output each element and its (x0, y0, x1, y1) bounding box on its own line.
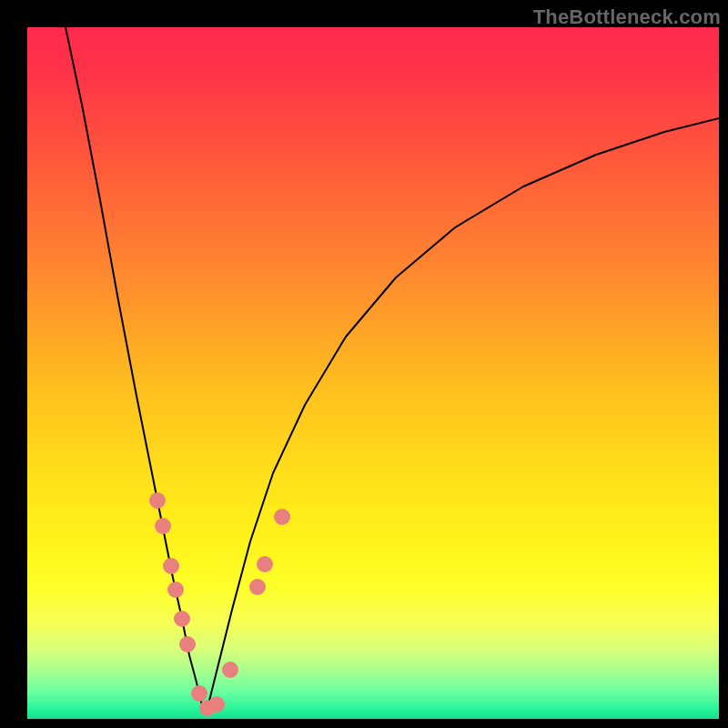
curves-layer (27, 27, 719, 719)
credit-label: TheBottleneck.com (533, 5, 721, 29)
marker-pill (284, 471, 298, 510)
marker-dot (179, 636, 196, 652)
curve-right-branch (205, 118, 719, 714)
plot-area (27, 27, 719, 719)
marker-dot (208, 696, 225, 713)
marker-dot (163, 558, 179, 574)
marker-dot (274, 509, 290, 525)
marker-dot (249, 579, 266, 595)
marker-dot (167, 581, 184, 598)
marker-round-group (149, 492, 290, 716)
chart-frame: TheBottleneck.com (0, 0, 728, 728)
marker-dot (222, 662, 238, 678)
marker-dot (174, 611, 190, 627)
marker-pill (268, 524, 278, 555)
marker-dot (149, 492, 166, 509)
marker-dot (257, 556, 273, 572)
marker-pill (234, 626, 246, 661)
marker-dot (155, 518, 171, 534)
marker-dot (191, 685, 207, 702)
